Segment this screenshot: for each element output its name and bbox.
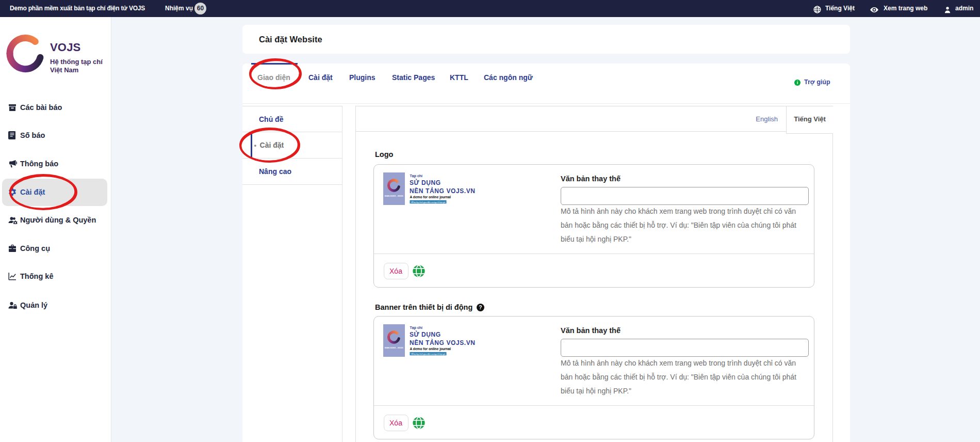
svg-text:ISSN XXXX - XXXX: ISSN XXXX - XXXX	[385, 195, 403, 197]
svg-text:?: ?	[479, 305, 482, 310]
svg-text:NỀN TẢNG VOJS.VN: NỀN TẢNG VOJS.VN	[410, 187, 475, 195]
svg-text:SỬ DỤNG: SỬ DỤNG	[410, 330, 440, 338]
svg-text:Tạp chí: Tạp chí	[410, 174, 423, 178]
svg-text:A demo for online journal: A demo for online journal	[410, 347, 451, 351]
svg-text:ISSN XXXX - XXXX: ISSN XXXX - XXXX	[385, 346, 403, 349]
svg-text:Hỗ trợ tùy chỉnh giao diện của: Hỗ trợ tùy chỉnh giao diện của tạp chí t…	[411, 201, 446, 203]
svg-text:Hỗ trợ tùy chỉnh giao diện của: Hỗ trợ tùy chỉnh giao diện của tạp chí t…	[411, 353, 446, 355]
svg-text:A demo for online journal: A demo for online journal	[410, 195, 451, 199]
svg-text:NỀN TẢNG VOJS.VN: NỀN TẢNG VOJS.VN	[410, 339, 475, 346]
svg-text:SỬ DỤNG: SỬ DỤNG	[410, 179, 440, 186]
svg-text:Tạp chí: Tạp chí	[410, 326, 423, 330]
